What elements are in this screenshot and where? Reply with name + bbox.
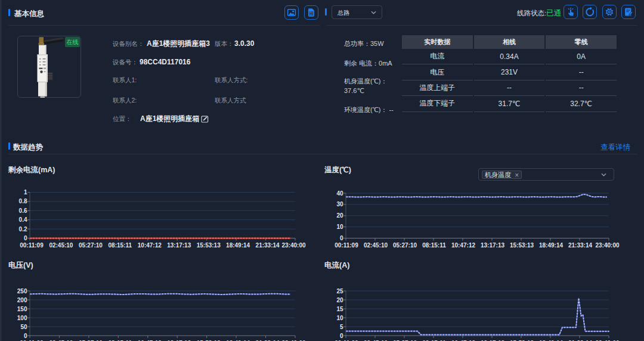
svg-text:15:53:13: 15:53:13 bbox=[197, 242, 221, 249]
svg-text:0.4: 0.4 bbox=[19, 216, 27, 223]
svg-text:250: 250 bbox=[17, 288, 27, 294]
svg-text:0: 0 bbox=[340, 235, 343, 241]
svg-text:10: 10 bbox=[336, 224, 343, 230]
svg-text:23:40:00: 23:40:00 bbox=[595, 242, 619, 249]
svg-text:15: 15 bbox=[336, 306, 343, 312]
svg-text:05:27:10: 05:27:10 bbox=[79, 242, 103, 249]
svg-text:10:47:12: 10:47:12 bbox=[451, 242, 475, 249]
svg-text:0: 0 bbox=[24, 333, 27, 339]
svg-text:40: 40 bbox=[336, 190, 343, 197]
svg-text:13:17:13: 13:17:13 bbox=[167, 242, 191, 249]
svg-text:00:11:09: 00:11:09 bbox=[20, 242, 44, 249]
svg-text:0.8: 0.8 bbox=[19, 198, 27, 204]
svg-text:21:33:14: 21:33:14 bbox=[256, 242, 280, 249]
svg-text:150: 150 bbox=[17, 306, 27, 312]
svg-text:30: 30 bbox=[336, 201, 343, 207]
svg-text:21:33:14: 21:33:14 bbox=[568, 242, 592, 249]
svg-text:02:45:10: 02:45:10 bbox=[364, 242, 388, 249]
svg-text:02:45:10: 02:45:10 bbox=[49, 242, 73, 249]
svg-text:05:27:10: 05:27:10 bbox=[393, 242, 417, 249]
svg-text:23:40:00: 23:40:00 bbox=[281, 242, 305, 249]
svg-text:10:47:12: 10:47:12 bbox=[138, 242, 162, 249]
svg-text:20: 20 bbox=[336, 212, 343, 219]
svg-text:5: 5 bbox=[340, 324, 343, 330]
svg-text:18:49:14: 18:49:14 bbox=[226, 242, 250, 249]
svg-text:18:49:14: 18:49:14 bbox=[539, 242, 563, 249]
svg-text:20: 20 bbox=[336, 297, 343, 303]
svg-text:10: 10 bbox=[336, 315, 343, 321]
svg-text:08:15:11: 08:15:11 bbox=[109, 242, 132, 249]
svg-text:08:15:11: 08:15:11 bbox=[422, 242, 446, 249]
svg-text:0.2: 0.2 bbox=[19, 226, 27, 232]
svg-text:200: 200 bbox=[17, 297, 27, 303]
svg-text:00:11:09: 00:11:09 bbox=[335, 242, 358, 249]
svg-text:0: 0 bbox=[340, 333, 343, 339]
svg-text:0: 0 bbox=[24, 235, 27, 241]
svg-text:100: 100 bbox=[17, 315, 27, 321]
svg-text:50: 50 bbox=[20, 324, 27, 330]
svg-text:1: 1 bbox=[24, 189, 27, 196]
svg-text:13:17:13: 13:17:13 bbox=[481, 242, 504, 249]
svg-text:25: 25 bbox=[336, 288, 343, 294]
svg-text:15:53:13: 15:53:13 bbox=[510, 242, 534, 249]
svg-text:0.6: 0.6 bbox=[19, 207, 27, 214]
